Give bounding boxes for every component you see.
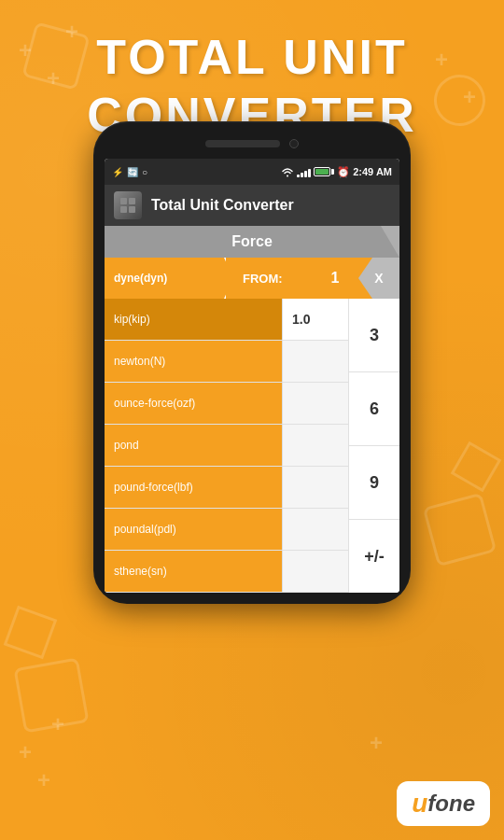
unit-value-newton[interactable] — [282, 341, 348, 382]
ufone-text: fone — [427, 791, 475, 817]
status-time: 2:49 AM — [353, 166, 392, 177]
section-header: Force — [105, 226, 399, 258]
unit-name-ozf[interactable]: ounce-force(ozf) — [105, 383, 282, 424]
svg-rect-1 — [129, 198, 135, 204]
battery-icon — [314, 167, 334, 176]
converter-row-pdl[interactable]: poundal(pdl) — [105, 509, 348, 551]
numpad-btn-3[interactable]: 3 — [349, 299, 399, 372]
from-label-cell: FROM: — [226, 258, 312, 299]
phone-frame: ⚡ 🔄 ○ — [93, 121, 411, 604]
unit-name-pdl[interactable]: poundal(pdl) — [105, 509, 282, 550]
section-title: Force — [231, 233, 273, 249]
from-row[interactable]: dyne(dyn) FROM: 1 X — [105, 258, 399, 299]
unit-label-ozf: ounce-force(ozf) — [114, 397, 195, 410]
wifi-icon — [281, 166, 294, 177]
app-icon-image — [114, 191, 142, 219]
delete-icon: X — [374, 271, 383, 286]
converter-row-lbf[interactable]: pound-force(lbf) — [105, 467, 348, 509]
from-unit-name: dyne(dyn) — [114, 272, 167, 285]
unit-label-sn: sthene(sn) — [114, 565, 167, 578]
unit-label-kip: kip(kip) — [114, 313, 150, 326]
unit-value-kip[interactable]: 1.0 — [282, 299, 348, 340]
converter-section: kip(kip) 1.0 newton(N) — [105, 299, 399, 593]
phone-top-bar — [105, 133, 399, 155]
unit-value-ozf[interactable] — [282, 383, 348, 424]
ufone-logo: u fone — [397, 781, 490, 826]
status-bar: ⚡ 🔄 ○ — [105, 159, 399, 185]
converter-row-newton[interactable]: newton(N) — [105, 341, 348, 383]
converter-row-sn[interactable]: sthene(sn) — [105, 551, 348, 593]
unit-value-pdl[interactable] — [282, 509, 348, 550]
app-icon — [114, 191, 142, 219]
phone-camera — [289, 139, 299, 148]
converter-rows: kip(kip) 1.0 newton(N) — [105, 299, 348, 593]
unit-label-newton: newton(N) — [114, 355, 165, 368]
from-unit-cell[interactable]: dyne(dyn) — [105, 258, 226, 299]
app-title-text: Total Unit Converter — [151, 197, 294, 214]
converter-row-pond[interactable]: pond — [105, 425, 348, 467]
numpad-column: 3 6 9 +/- — [348, 299, 399, 593]
phone-outer: ⚡ 🔄 ○ — [93, 121, 411, 604]
circle-icon: ○ — [142, 167, 147, 177]
numpad-btn-9[interactable]: 9 — [349, 446, 399, 520]
unit-name-sn[interactable]: sthene(sn) — [105, 551, 282, 592]
unit-name-lbf[interactable]: pound-force(lbf) — [105, 467, 282, 508]
from-value-cell[interactable]: 1 — [312, 258, 358, 299]
numpad-btn-6[interactable]: 6 — [349, 372, 399, 446]
unit-label-pond: pond — [114, 439, 139, 452]
unit-value-sn[interactable] — [282, 551, 348, 592]
deco-plus-9: + — [370, 730, 383, 756]
svg-rect-0 — [120, 198, 127, 204]
svg-rect-2 — [120, 206, 127, 213]
phone-speaker — [205, 140, 280, 147]
status-left-icons: ⚡ 🔄 ○ — [112, 167, 147, 177]
delete-button[interactable]: X — [358, 258, 399, 299]
signal-icon — [297, 166, 311, 177]
numpad-btn-plusminus[interactable]: +/- — [349, 520, 399, 593]
app-header: Total Unit Converter — [105, 185, 399, 226]
unit-value-pond[interactable] — [282, 425, 348, 466]
unit-name-newton[interactable]: newton(N) — [105, 341, 282, 382]
deco-shape-2 — [13, 657, 89, 733]
value-kip: 1.0 — [292, 312, 310, 327]
converter-row-ozf[interactable]: ounce-force(ozf) — [105, 383, 348, 425]
usb-icon: ⚡ — [112, 167, 123, 177]
from-label: FROM: — [243, 272, 283, 286]
sync-icon: 🔄 — [127, 167, 138, 177]
unit-name-kip[interactable]: kip(kip) — [105, 299, 282, 340]
ufone-u: u — [412, 789, 427, 819]
unit-label-pdl: poundal(pdl) — [114, 523, 176, 536]
alarm-icon: ⏰ — [337, 166, 350, 178]
deco-plus-8: + — [37, 767, 50, 793]
from-value: 1 — [331, 270, 340, 287]
phone-screen: ⚡ 🔄 ○ — [105, 159, 399, 593]
deco-plus-6: + — [19, 739, 32, 765]
svg-rect-3 — [129, 206, 135, 213]
converter-row-kip[interactable]: kip(kip) 1.0 — [105, 299, 348, 341]
status-right-area: ⏰ 2:49 AM — [281, 166, 392, 178]
unit-name-pond[interactable]: pond — [105, 425, 282, 466]
unit-value-lbf[interactable] — [282, 467, 348, 508]
unit-label-lbf: pound-force(lbf) — [114, 481, 193, 494]
